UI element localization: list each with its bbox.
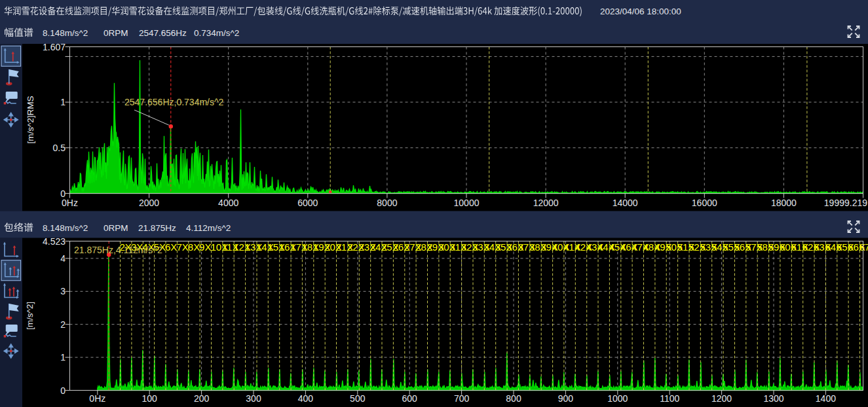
svg-text:1000: 1000 (607, 393, 628, 404)
svg-text:1.607: 1.607 (43, 42, 66, 52)
svg-text:0Hz: 0Hz (89, 393, 105, 404)
svg-text:4.112m/s^2: 4.112m/s^2 (186, 223, 231, 233)
svg-text:0.734m/s^2: 0.734m/s^2 (194, 28, 239, 38)
svg-text:9X: 9X (199, 241, 211, 253)
svg-text:[m/s^2]: [m/s^2] (25, 302, 35, 330)
svg-text:2547.656Hz,0.734m/s^2: 2547.656Hz,0.734m/s^2 (124, 97, 224, 107)
svg-text:0Hz: 0Hz (62, 198, 78, 208)
svg-text:0.5: 0.5 (53, 143, 66, 153)
svg-text:1400: 1400 (816, 393, 836, 404)
svg-text:4000: 4000 (218, 198, 238, 208)
svg-text:2: 2 (60, 319, 66, 330)
svg-text:14000: 14000 (613, 198, 638, 208)
svg-text:21.875Hz,4.112m/s^2: 21.875Hz,4.112m/s^2 (74, 245, 162, 255)
svg-text:8000: 8000 (377, 198, 397, 208)
svg-text:21.875Hz: 21.875Hz (138, 223, 176, 233)
svg-text:0: 0 (60, 188, 66, 199)
svg-text:200: 200 (194, 393, 210, 404)
svg-text:0: 0 (60, 385, 66, 396)
svg-text:18000: 18000 (771, 198, 797, 208)
svg-text:19999.219: 19999.219 (824, 198, 867, 208)
svg-text:900: 900 (558, 393, 574, 404)
svg-text:2000: 2000 (139, 198, 159, 208)
svg-text:10000: 10000 (454, 198, 480, 208)
svg-text:8.148m/s^2: 8.148m/s^2 (43, 28, 88, 38)
svg-text:8.148m/s^2: 8.148m/s^2 (43, 223, 88, 233)
svg-text:300: 300 (246, 393, 261, 404)
svg-text:100: 100 (142, 393, 158, 404)
svg-text:400: 400 (298, 393, 314, 404)
svg-text:67X: 67X (859, 241, 868, 253)
svg-text:8X: 8X (188, 241, 200, 253)
svg-text:16000: 16000 (692, 198, 717, 208)
svg-text:0RPM: 0RPM (104, 223, 128, 233)
svg-text:1100: 1100 (660, 393, 679, 404)
svg-text:800: 800 (506, 393, 521, 404)
svg-text:4.523: 4.523 (43, 236, 66, 247)
svg-text:1: 1 (60, 97, 66, 107)
svg-text:1: 1 (60, 352, 66, 363)
svg-text:700: 700 (454, 393, 470, 404)
svg-text:1300: 1300 (763, 393, 783, 404)
svg-text:2023/04/06 18:00:00: 2023/04/06 18:00:00 (600, 7, 681, 16)
svg-text:6X: 6X (165, 241, 177, 253)
svg-text:4: 4 (60, 253, 66, 264)
svg-text:3: 3 (60, 286, 66, 296)
svg-text:[m/s^2]RMS: [m/s^2]RMS (26, 96, 35, 143)
svg-text:6000: 6000 (297, 198, 318, 208)
svg-text:500: 500 (350, 393, 366, 404)
svg-text:7X: 7X (176, 241, 188, 253)
svg-text:2547.656Hz: 2547.656Hz (139, 28, 187, 38)
svg-text:600: 600 (402, 393, 418, 404)
svg-text:0RPM: 0RPM (104, 28, 128, 38)
svg-text:12000: 12000 (533, 198, 559, 208)
svg-text:1200: 1200 (711, 393, 732, 404)
